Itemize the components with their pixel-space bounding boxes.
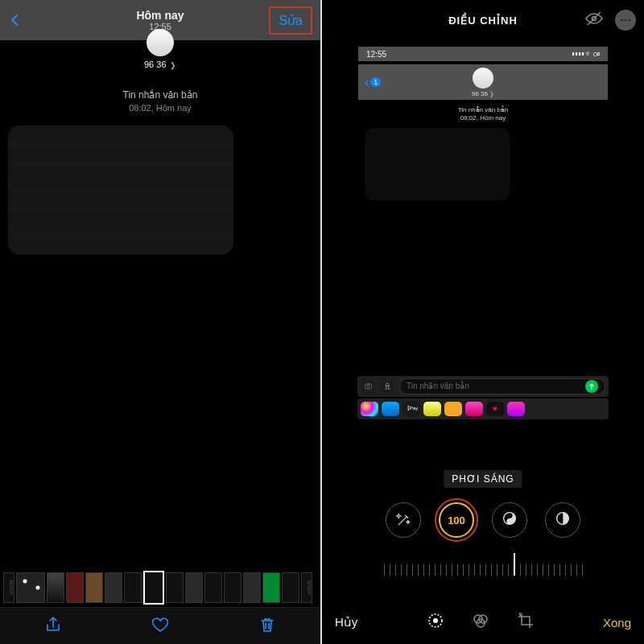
svg-point-5 — [366, 386, 369, 388]
thumbnail[interactable] — [224, 572, 242, 603]
preview-input-row: Tin nhắn văn bản — [357, 376, 609, 397]
preview-app-drawer: 【Pay ♥ — [357, 398, 609, 419]
message-input: Tin nhắn văn bản — [399, 378, 605, 394]
photos-detail-pane: Hôm nay 12:55 Sửa 96 36 ❯ Tin nhắn văn b… — [0, 0, 322, 644]
thumbnail[interactable] — [105, 572, 122, 603]
svg-point-3 — [628, 19, 630, 22]
message-meta: Tin nhắn văn bản 08:02, Hôm nay — [0, 89, 320, 114]
edit-preview-canvas[interactable]: 12:55 ▮▮▮▮ ᯤ ▢▯ ‹ 1 96 36 ❯ Tin nhắn văn… — [358, 47, 608, 200]
svg-point-9 — [433, 618, 438, 623]
svg-point-1 — [621, 19, 623, 22]
svg-rect-4 — [365, 384, 371, 389]
delete-button[interactable] — [258, 615, 277, 638]
preview-time: 12:55 — [366, 50, 386, 59]
app-store-icon — [383, 382, 392, 390]
share-icon — [43, 615, 63, 634]
yin-yang-icon — [501, 510, 518, 527]
message-time-label: 08:02, Hôm nay — [0, 102, 320, 114]
thumbnail[interactable] — [166, 572, 184, 603]
thumbnail[interactable] — [124, 572, 142, 603]
adjustment-dials-row: 100 — [322, 502, 644, 538]
signal-wifi-battery-icon: ▮▮▮▮ ᯤ ▢▯ — [572, 50, 600, 58]
active-adjustment-label: PHƠI SÁNG — [444, 470, 522, 488]
svg-point-2 — [625, 19, 627, 22]
preview-message-type: Tin nhắn văn bản — [358, 106, 608, 114]
message-type-label: Tin nhắn văn bản — [0, 89, 320, 102]
trash-icon — [258, 615, 277, 634]
input-placeholder: Tin nhắn văn bản — [407, 382, 469, 390]
crop-rotate-icon — [516, 611, 535, 630]
send-button — [585, 380, 598, 393]
camera-icon — [364, 382, 373, 390]
auto-enhance-dial[interactable] — [386, 502, 421, 538]
app-icon: ♥ — [486, 402, 504, 416]
bottom-toolbar — [0, 607, 320, 644]
favorite-button[interactable] — [151, 615, 170, 638]
app-icon — [444, 402, 462, 416]
thumbnail[interactable] — [185, 572, 203, 603]
avatar — [473, 68, 493, 89]
thumbnail[interactable] — [204, 572, 222, 603]
arrow-up-icon — [588, 382, 596, 390]
camera-button — [361, 379, 375, 394]
toggle-preview-button[interactable] — [584, 9, 604, 31]
eye-off-icon — [584, 9, 604, 28]
chevron-left-icon: ‹ — [365, 75, 369, 89]
preview-conversation-header: ‹ 1 96 36 ❯ — [358, 64, 608, 100]
message-bubble-redacted — [8, 126, 233, 254]
preview-sender-name: 96 36 ❯ — [472, 90, 494, 97]
photo-thumbnail-strip[interactable]: BISOF BISOF — [0, 570, 320, 605]
done-button[interactable]: Xong — [603, 616, 631, 630]
thumbnail[interactable] — [66, 572, 84, 603]
screenshot-subject-header: 96 36 ❯ — [0, 43, 320, 69]
preview-message-meta: Tin nhắn văn bản 08:02, Hôm nay — [358, 106, 608, 123]
brilliance-dial[interactable] — [492, 502, 527, 538]
app-store-button — [380, 379, 394, 394]
app-icon — [507, 402, 525, 416]
slider-thumb[interactable] — [514, 553, 515, 576]
back-button[interactable] — [8, 8, 23, 33]
thumbnail[interactable] — [16, 572, 45, 603]
thumbnail-selected[interactable] — [143, 571, 164, 605]
thumbnail[interactable] — [243, 572, 261, 603]
half-circle-icon — [554, 510, 572, 527]
thumbnail[interactable]: BISOF — [3, 572, 14, 603]
thumbnail[interactable] — [262, 572, 280, 603]
cancel-button[interactable]: Hủy — [335, 615, 357, 630]
filters-icon — [471, 611, 490, 630]
sender-name: 96 36 ❯ — [0, 60, 320, 69]
apple-pay-icon: 【Pay — [402, 402, 420, 416]
edit-nav-title: ĐIỀU CHỈNH — [448, 14, 518, 27]
chevron-right-icon: ❯ — [168, 61, 177, 69]
avatar — [147, 29, 174, 56]
heart-icon — [151, 615, 170, 634]
preview-status-bar: 12:55 ▮▮▮▮ ᯤ ▢▯ — [358, 47, 608, 61]
edit-bottom-bar: Hủy Xong — [322, 601, 644, 644]
preview-back-button: ‹ 1 — [365, 75, 381, 89]
share-button[interactable] — [43, 615, 63, 638]
adjust-icon — [426, 611, 445, 630]
app-icon — [423, 402, 441, 416]
exposure-dial[interactable]: 100 — [439, 502, 474, 538]
magic-wand-icon — [395, 512, 411, 528]
app-icon — [465, 402, 483, 416]
preview-message-time: 08:02, Hôm nay — [358, 114, 608, 122]
thumbnail[interactable]: BISOF — [301, 572, 312, 603]
thumbnail[interactable] — [47, 572, 64, 603]
more-button[interactable] — [615, 10, 636, 31]
more-icon — [619, 14, 632, 27]
app-icon — [382, 402, 399, 416]
unread-badge: 1 — [370, 77, 381, 87]
nav-title: Hôm nay — [136, 9, 184, 22]
chevron-right-icon: ❯ — [488, 91, 494, 97]
highlights-dial[interactable] — [545, 502, 580, 538]
adjustment-slider[interactable] — [370, 551, 596, 578]
edit-button[interactable]: Sửa — [269, 6, 312, 35]
filters-tab[interactable] — [471, 611, 490, 634]
preview-message-bubble-redacted — [365, 128, 510, 200]
thumbnail[interactable] — [85, 572, 103, 603]
photo-edit-pane: ĐIỀU CHỈNH 12:55 ▮▮▮▮ ᯤ ▢▯ ‹ 1 96 36 ❯ T… — [322, 0, 644, 644]
adjust-tab[interactable] — [426, 611, 445, 634]
thumbnail[interactable] — [282, 572, 299, 603]
crop-tab[interactable] — [516, 611, 535, 634]
